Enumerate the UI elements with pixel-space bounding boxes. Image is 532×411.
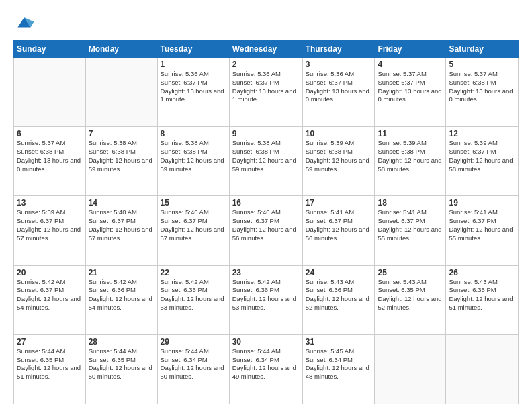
day-number: 7 [89, 129, 154, 138]
day-info: Sunrise: 5:44 AM Sunset: 6:34 PM Dayligh… [232, 347, 300, 381]
day-info: Sunrise: 5:37 AM Sunset: 6:38 PM Dayligh… [17, 139, 83, 173]
calendar-cell: 27Sunrise: 5:44 AM Sunset: 6:35 PM Dayli… [14, 334, 86, 404]
calendar-cell: 29Sunrise: 5:44 AM Sunset: 6:34 PM Dayli… [157, 334, 229, 404]
day-number: 31 [306, 337, 372, 347]
calendar-cell: 5Sunrise: 5:37 AM Sunset: 6:38 PM Daylig… [446, 58, 519, 127]
calendar-cell: 23Sunrise: 5:42 AM Sunset: 6:36 PM Dayli… [229, 265, 302, 334]
day-info: Sunrise: 5:38 AM Sunset: 6:38 PM Dayligh… [232, 139, 300, 173]
day-info: Sunrise: 5:39 AM Sunset: 6:38 PM Dayligh… [378, 139, 443, 173]
day-info: Sunrise: 5:38 AM Sunset: 6:38 PM Dayligh… [89, 139, 154, 173]
calendar-cell: 2Sunrise: 5:36 AM Sunset: 6:37 PM Daylig… [229, 58, 302, 127]
day-number: 25 [378, 268, 443, 277]
calendar-cell: 28Sunrise: 5:44 AM Sunset: 6:35 PM Dayli… [85, 334, 157, 404]
calendar-cell: 3Sunrise: 5:36 AM Sunset: 6:37 PM Daylig… [302, 58, 375, 127]
day-number: 15 [161, 198, 226, 208]
day-of-week-header: Friday [375, 41, 446, 58]
calendar: SundayMondayTuesdayWednesdayThursdayFrid… [13, 40, 519, 404]
calendar-cell: 15Sunrise: 5:40 AM Sunset: 6:37 PM Dayli… [157, 196, 229, 265]
calendar-week-row: 6Sunrise: 5:37 AM Sunset: 6:38 PM Daylig… [14, 127, 519, 196]
day-number: 19 [449, 198, 515, 208]
calendar-week-row: 13Sunrise: 5:39 AM Sunset: 6:37 PM Dayli… [14, 196, 519, 265]
day-info: Sunrise: 5:39 AM Sunset: 6:38 PM Dayligh… [306, 139, 372, 173]
calendar-cell: 16Sunrise: 5:40 AM Sunset: 6:37 PM Dayli… [229, 196, 302, 265]
day-number: 4 [378, 60, 443, 69]
day-number: 17 [306, 198, 372, 208]
calendar-cell: 8Sunrise: 5:38 AM Sunset: 6:38 PM Daylig… [157, 127, 229, 196]
day-info: Sunrise: 5:43 AM Sunset: 6:35 PM Dayligh… [449, 278, 515, 312]
calendar-cell: 4Sunrise: 5:37 AM Sunset: 6:37 PM Daylig… [375, 58, 446, 127]
calendar-cell: 9Sunrise: 5:38 AM Sunset: 6:38 PM Daylig… [229, 127, 302, 196]
calendar-week-row: 27Sunrise: 5:44 AM Sunset: 6:35 PM Dayli… [14, 334, 519, 404]
calendar-cell [446, 334, 519, 404]
day-info: Sunrise: 5:41 AM Sunset: 6:37 PM Dayligh… [378, 208, 443, 242]
day-info: Sunrise: 5:41 AM Sunset: 6:37 PM Dayligh… [449, 208, 515, 242]
calendar-header-row: SundayMondayTuesdayWednesdayThursdayFrid… [14, 41, 519, 58]
logo [13, 12, 38, 34]
day-info: Sunrise: 5:37 AM Sunset: 6:38 PM Dayligh… [449, 70, 515, 104]
calendar-week-row: 1Sunrise: 5:36 AM Sunset: 6:37 PM Daylig… [14, 58, 519, 127]
day-info: Sunrise: 5:39 AM Sunset: 6:37 PM Dayligh… [17, 208, 83, 242]
calendar-cell: 25Sunrise: 5:43 AM Sunset: 6:35 PM Dayli… [375, 265, 446, 334]
calendar-cell [14, 58, 86, 127]
day-info: Sunrise: 5:38 AM Sunset: 6:38 PM Dayligh… [161, 139, 226, 173]
day-info: Sunrise: 5:40 AM Sunset: 6:37 PM Dayligh… [161, 208, 226, 242]
day-number: 9 [232, 129, 300, 138]
day-info: Sunrise: 5:42 AM Sunset: 6:36 PM Dayligh… [232, 278, 300, 312]
day-number: 2 [232, 60, 300, 69]
day-number: 21 [89, 268, 154, 277]
calendar-cell: 17Sunrise: 5:41 AM Sunset: 6:37 PM Dayli… [302, 196, 375, 265]
day-number: 22 [161, 268, 226, 277]
day-number: 24 [306, 268, 372, 277]
day-info: Sunrise: 5:45 AM Sunset: 6:34 PM Dayligh… [306, 347, 372, 381]
day-number: 6 [17, 129, 83, 138]
calendar-cell: 31Sunrise: 5:45 AM Sunset: 6:34 PM Dayli… [302, 334, 375, 404]
calendar-cell [85, 58, 157, 127]
day-info: Sunrise: 5:42 AM Sunset: 6:37 PM Dayligh… [17, 278, 83, 312]
day-of-week-header: Sunday [14, 41, 86, 58]
calendar-cell: 18Sunrise: 5:41 AM Sunset: 6:37 PM Dayli… [375, 196, 446, 265]
day-info: Sunrise: 5:36 AM Sunset: 6:37 PM Dayligh… [306, 70, 372, 104]
day-number: 26 [449, 268, 515, 277]
day-number: 13 [17, 198, 83, 208]
calendar-cell: 10Sunrise: 5:39 AM Sunset: 6:38 PM Dayli… [302, 127, 375, 196]
calendar-cell: 11Sunrise: 5:39 AM Sunset: 6:38 PM Dayli… [375, 127, 446, 196]
day-number: 23 [232, 268, 300, 277]
calendar-cell: 24Sunrise: 5:43 AM Sunset: 6:36 PM Dayli… [302, 265, 375, 334]
calendar-cell: 12Sunrise: 5:39 AM Sunset: 6:37 PM Dayli… [446, 127, 519, 196]
calendar-week-row: 20Sunrise: 5:42 AM Sunset: 6:37 PM Dayli… [14, 265, 519, 334]
logo-icon [13, 12, 35, 34]
day-of-week-header: Monday [85, 41, 157, 58]
day-number: 8 [161, 129, 226, 138]
day-info: Sunrise: 5:43 AM Sunset: 6:36 PM Dayligh… [306, 278, 372, 312]
calendar-cell: 22Sunrise: 5:42 AM Sunset: 6:36 PM Dayli… [157, 265, 229, 334]
day-of-week-header: Thursday [302, 41, 375, 58]
day-info: Sunrise: 5:43 AM Sunset: 6:35 PM Dayligh… [378, 278, 443, 312]
calendar-cell: 19Sunrise: 5:41 AM Sunset: 6:37 PM Dayli… [446, 196, 519, 265]
day-of-week-header: Tuesday [157, 41, 229, 58]
day-info: Sunrise: 5:42 AM Sunset: 6:36 PM Dayligh… [89, 278, 154, 312]
calendar-cell: 13Sunrise: 5:39 AM Sunset: 6:37 PM Dayli… [14, 196, 86, 265]
calendar-cell: 1Sunrise: 5:36 AM Sunset: 6:37 PM Daylig… [157, 58, 229, 127]
calendar-cell [375, 334, 446, 404]
day-number: 27 [17, 337, 83, 347]
day-number: 14 [89, 198, 154, 208]
day-number: 10 [306, 129, 372, 138]
day-number: 12 [449, 129, 515, 138]
day-info: Sunrise: 5:41 AM Sunset: 6:37 PM Dayligh… [306, 208, 372, 242]
day-info: Sunrise: 5:37 AM Sunset: 6:37 PM Dayligh… [378, 70, 443, 104]
day-number: 20 [17, 268, 83, 277]
day-info: Sunrise: 5:40 AM Sunset: 6:37 PM Dayligh… [232, 208, 300, 242]
day-info: Sunrise: 5:39 AM Sunset: 6:37 PM Dayligh… [449, 139, 515, 173]
day-info: Sunrise: 5:44 AM Sunset: 6:35 PM Dayligh… [17, 347, 83, 381]
calendar-cell: 14Sunrise: 5:40 AM Sunset: 6:37 PM Dayli… [85, 196, 157, 265]
day-info: Sunrise: 5:36 AM Sunset: 6:37 PM Dayligh… [232, 70, 300, 104]
header [13, 12, 519, 34]
day-number: 18 [378, 198, 443, 208]
day-info: Sunrise: 5:42 AM Sunset: 6:36 PM Dayligh… [161, 278, 226, 312]
day-number: 30 [232, 337, 300, 347]
day-number: 1 [161, 60, 226, 69]
day-number: 5 [449, 60, 515, 69]
day-info: Sunrise: 5:44 AM Sunset: 6:35 PM Dayligh… [89, 347, 154, 381]
day-of-week-header: Saturday [446, 41, 519, 58]
day-number: 29 [161, 337, 226, 347]
